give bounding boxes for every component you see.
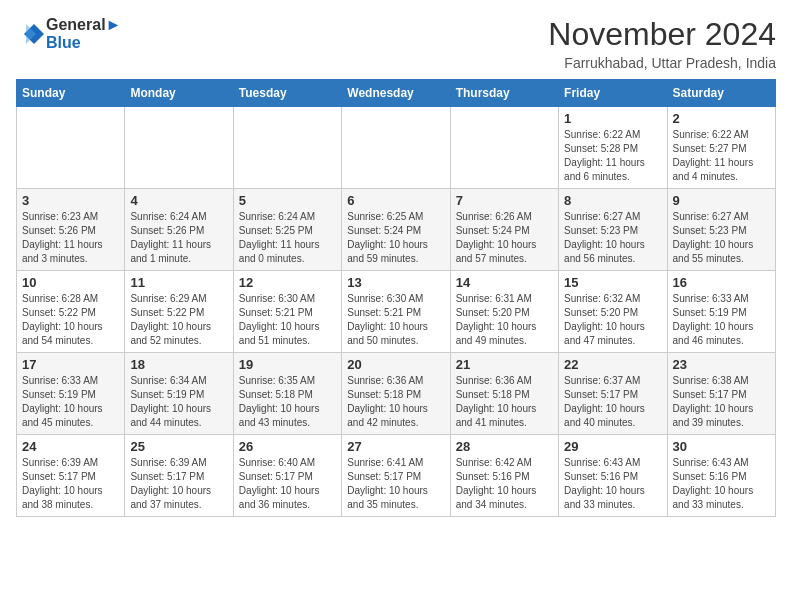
day-info: Sunrise: 6:33 AM Sunset: 5:19 PM Dayligh… [22,374,119,430]
day-info: Sunrise: 6:36 AM Sunset: 5:18 PM Dayligh… [456,374,553,430]
day-info: Sunrise: 6:27 AM Sunset: 5:23 PM Dayligh… [673,210,770,266]
day-number: 24 [22,439,119,454]
calendar-cell: 18Sunrise: 6:34 AM Sunset: 5:19 PM Dayli… [125,353,233,435]
day-info: Sunrise: 6:24 AM Sunset: 5:25 PM Dayligh… [239,210,336,266]
day-info: Sunrise: 6:33 AM Sunset: 5:19 PM Dayligh… [673,292,770,348]
calendar-cell: 4Sunrise: 6:24 AM Sunset: 5:26 PM Daylig… [125,189,233,271]
calendar-week-row: 17Sunrise: 6:33 AM Sunset: 5:19 PM Dayli… [17,353,776,435]
logo-line1: General► [46,16,121,34]
calendar-cell [125,107,233,189]
day-info: Sunrise: 6:41 AM Sunset: 5:17 PM Dayligh… [347,456,444,512]
day-info: Sunrise: 6:25 AM Sunset: 5:24 PM Dayligh… [347,210,444,266]
calendar-cell: 8Sunrise: 6:27 AM Sunset: 5:23 PM Daylig… [559,189,667,271]
day-number: 23 [673,357,770,372]
calendar-cell: 12Sunrise: 6:30 AM Sunset: 5:21 PM Dayli… [233,271,341,353]
day-info: Sunrise: 6:22 AM Sunset: 5:27 PM Dayligh… [673,128,770,184]
day-info: Sunrise: 6:42 AM Sunset: 5:16 PM Dayligh… [456,456,553,512]
col-header-monday: Monday [125,80,233,107]
calendar-cell: 20Sunrise: 6:36 AM Sunset: 5:18 PM Dayli… [342,353,450,435]
day-number: 20 [347,357,444,372]
col-header-tuesday: Tuesday [233,80,341,107]
day-info: Sunrise: 6:30 AM Sunset: 5:21 PM Dayligh… [239,292,336,348]
calendar-cell: 14Sunrise: 6:31 AM Sunset: 5:20 PM Dayli… [450,271,558,353]
calendar-cell: 10Sunrise: 6:28 AM Sunset: 5:22 PM Dayli… [17,271,125,353]
calendar-cell: 29Sunrise: 6:43 AM Sunset: 5:16 PM Dayli… [559,435,667,517]
day-number: 27 [347,439,444,454]
calendar-week-row: 10Sunrise: 6:28 AM Sunset: 5:22 PM Dayli… [17,271,776,353]
day-number: 10 [22,275,119,290]
day-number: 13 [347,275,444,290]
col-header-saturday: Saturday [667,80,775,107]
col-header-wednesday: Wednesday [342,80,450,107]
page-subtitle: Farrukhabad, Uttar Pradesh, India [548,55,776,71]
day-info: Sunrise: 6:36 AM Sunset: 5:18 PM Dayligh… [347,374,444,430]
day-number: 16 [673,275,770,290]
calendar-cell: 7Sunrise: 6:26 AM Sunset: 5:24 PM Daylig… [450,189,558,271]
calendar-cell: 17Sunrise: 6:33 AM Sunset: 5:19 PM Dayli… [17,353,125,435]
calendar-header-row: SundayMondayTuesdayWednesdayThursdayFrid… [17,80,776,107]
calendar-table: SundayMondayTuesdayWednesdayThursdayFrid… [16,79,776,517]
day-number: 12 [239,275,336,290]
day-number: 25 [130,439,227,454]
day-number: 30 [673,439,770,454]
day-number: 9 [673,193,770,208]
calendar-cell: 2Sunrise: 6:22 AM Sunset: 5:27 PM Daylig… [667,107,775,189]
day-number: 1 [564,111,661,126]
calendar-week-row: 3Sunrise: 6:23 AM Sunset: 5:26 PM Daylig… [17,189,776,271]
day-info: Sunrise: 6:28 AM Sunset: 5:22 PM Dayligh… [22,292,119,348]
day-info: Sunrise: 6:26 AM Sunset: 5:24 PM Dayligh… [456,210,553,266]
day-info: Sunrise: 6:34 AM Sunset: 5:19 PM Dayligh… [130,374,227,430]
calendar-cell: 9Sunrise: 6:27 AM Sunset: 5:23 PM Daylig… [667,189,775,271]
day-number: 5 [239,193,336,208]
day-number: 22 [564,357,661,372]
day-info: Sunrise: 6:37 AM Sunset: 5:17 PM Dayligh… [564,374,661,430]
day-number: 8 [564,193,661,208]
calendar-week-row: 24Sunrise: 6:39 AM Sunset: 5:17 PM Dayli… [17,435,776,517]
day-info: Sunrise: 6:22 AM Sunset: 5:28 PM Dayligh… [564,128,661,184]
day-number: 28 [456,439,553,454]
calendar-cell: 25Sunrise: 6:39 AM Sunset: 5:17 PM Dayli… [125,435,233,517]
calendar-week-row: 1Sunrise: 6:22 AM Sunset: 5:28 PM Daylig… [17,107,776,189]
day-number: 2 [673,111,770,126]
day-info: Sunrise: 6:40 AM Sunset: 5:17 PM Dayligh… [239,456,336,512]
day-number: 15 [564,275,661,290]
calendar-cell: 21Sunrise: 6:36 AM Sunset: 5:18 PM Dayli… [450,353,558,435]
calendar-cell: 24Sunrise: 6:39 AM Sunset: 5:17 PM Dayli… [17,435,125,517]
calendar-cell: 11Sunrise: 6:29 AM Sunset: 5:22 PM Dayli… [125,271,233,353]
calendar-cell: 13Sunrise: 6:30 AM Sunset: 5:21 PM Dayli… [342,271,450,353]
day-number: 6 [347,193,444,208]
day-number: 18 [130,357,227,372]
day-number: 3 [22,193,119,208]
day-info: Sunrise: 6:24 AM Sunset: 5:26 PM Dayligh… [130,210,227,266]
col-header-sunday: Sunday [17,80,125,107]
calendar-cell: 19Sunrise: 6:35 AM Sunset: 5:18 PM Dayli… [233,353,341,435]
day-info: Sunrise: 6:32 AM Sunset: 5:20 PM Dayligh… [564,292,661,348]
day-number: 17 [22,357,119,372]
calendar-cell: 5Sunrise: 6:24 AM Sunset: 5:25 PM Daylig… [233,189,341,271]
calendar-cell: 16Sunrise: 6:33 AM Sunset: 5:19 PM Dayli… [667,271,775,353]
day-number: 7 [456,193,553,208]
calendar-cell: 1Sunrise: 6:22 AM Sunset: 5:28 PM Daylig… [559,107,667,189]
calendar-cell: 27Sunrise: 6:41 AM Sunset: 5:17 PM Dayli… [342,435,450,517]
day-info: Sunrise: 6:35 AM Sunset: 5:18 PM Dayligh… [239,374,336,430]
calendar-cell [342,107,450,189]
calendar-cell: 6Sunrise: 6:25 AM Sunset: 5:24 PM Daylig… [342,189,450,271]
day-number: 19 [239,357,336,372]
day-info: Sunrise: 6:39 AM Sunset: 5:17 PM Dayligh… [130,456,227,512]
col-header-thursday: Thursday [450,80,558,107]
col-header-friday: Friday [559,80,667,107]
calendar-cell: 28Sunrise: 6:42 AM Sunset: 5:16 PM Dayli… [450,435,558,517]
day-number: 26 [239,439,336,454]
logo-line2: Blue [46,34,121,52]
page-title: November 2024 [548,16,776,53]
day-info: Sunrise: 6:31 AM Sunset: 5:20 PM Dayligh… [456,292,553,348]
logo-icon [16,20,44,48]
calendar-cell: 23Sunrise: 6:38 AM Sunset: 5:17 PM Dayli… [667,353,775,435]
day-info: Sunrise: 6:38 AM Sunset: 5:17 PM Dayligh… [673,374,770,430]
day-info: Sunrise: 6:43 AM Sunset: 5:16 PM Dayligh… [673,456,770,512]
title-block: November 2024 Farrukhabad, Uttar Pradesh… [548,16,776,71]
calendar-cell: 30Sunrise: 6:43 AM Sunset: 5:16 PM Dayli… [667,435,775,517]
day-number: 29 [564,439,661,454]
day-number: 4 [130,193,227,208]
calendar-cell: 3Sunrise: 6:23 AM Sunset: 5:26 PM Daylig… [17,189,125,271]
